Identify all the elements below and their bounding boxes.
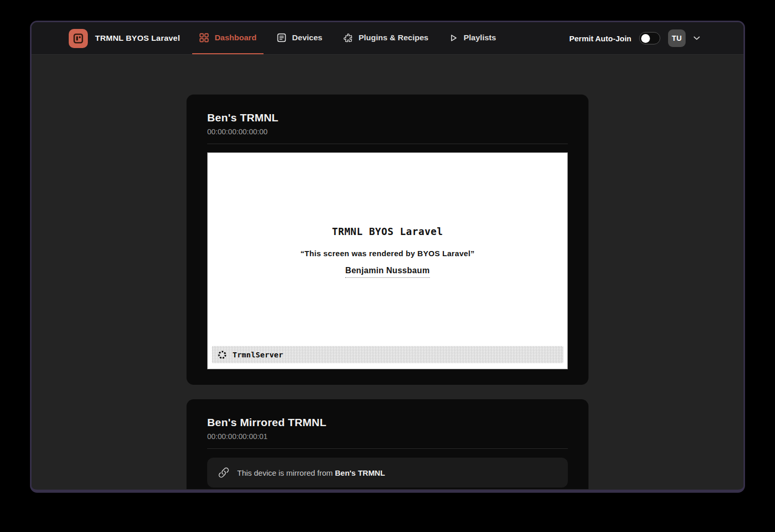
tab-playlists[interactable]: Playlists xyxy=(442,22,503,54)
tab-label: Plugins & Recipes xyxy=(359,33,428,42)
top-navbar: TRMNL BYOS Laravel Dashboard xyxy=(32,22,743,55)
screen-title: TRMNL BYOS Laravel xyxy=(208,226,567,237)
device-mac-address: 00:00:00:00:00:00 xyxy=(207,128,568,136)
card-divider xyxy=(207,448,568,449)
screen-quote: “This screen was rendered by BYOS Larave… xyxy=(208,249,567,258)
tab-label: Playlists xyxy=(463,33,496,42)
permit-auto-join-label: Permit Auto-Join xyxy=(569,34,631,43)
device-name: Ben's TRMNL xyxy=(207,112,568,124)
tab-label: Dashboard xyxy=(214,33,256,42)
tab-plugins-recipes[interactable]: Plugins & Recipes xyxy=(336,22,436,54)
screen-author: Benjamin Nussbaum xyxy=(345,266,429,278)
device-card-bens-mirrored-trmnl: Ben's Mirrored TRMNL 00:00:00:00:00:01 T… xyxy=(187,399,588,489)
app-window: TRMNL BYOS Laravel Dashboard xyxy=(30,21,745,493)
device-name: Ben's Mirrored TRMNL xyxy=(207,416,568,429)
device-list-icon xyxy=(277,33,286,42)
navbar-right: Permit Auto-Join TU xyxy=(569,22,700,54)
user-avatar[interactable]: TU xyxy=(668,29,686,47)
trmnl-logo-icon xyxy=(69,29,88,48)
brand: TRMNL BYOS Laravel xyxy=(69,22,180,54)
mirror-notice: This device is mirrored from Ben's TRMNL xyxy=(207,458,568,488)
grid-icon xyxy=(199,33,209,42)
nav-tabs: Dashboard Devices xyxy=(192,22,509,54)
permit-auto-join-toggle[interactable] xyxy=(639,32,660,44)
screen-status-label: TrmnlServer xyxy=(233,351,283,359)
tab-label: Devices xyxy=(292,33,322,42)
screen-status-bar: TrmnlServer xyxy=(212,346,563,363)
chain-link-icon xyxy=(218,467,229,478)
device-card-bens-trmnl: Ben's TRMNL 00:00:00:00:00:00 TRMNL BYOS… xyxy=(187,95,588,385)
segmented-spinner-icon xyxy=(218,350,227,359)
chevron-down-icon[interactable] xyxy=(693,36,700,40)
screen-author-row: Benjamin Nussbaum xyxy=(208,266,567,278)
card-divider xyxy=(207,144,568,144)
main-content: Ben's TRMNL 00:00:00:00:00:00 TRMNL BYOS… xyxy=(32,55,743,489)
toggle-knob xyxy=(641,34,650,43)
tab-dashboard[interactable]: Dashboard xyxy=(192,22,264,54)
mirror-notice-text: This device is mirrored from Ben's TRMNL xyxy=(237,468,385,477)
mirror-source-name: Ben's TRMNL xyxy=(335,468,385,477)
play-icon xyxy=(449,34,458,42)
puzzle-icon xyxy=(343,33,353,43)
device-screen-preview: TRMNL BYOS Laravel “This screen was rend… xyxy=(207,152,568,369)
tab-devices[interactable]: Devices xyxy=(270,22,330,54)
app-title: TRMNL BYOS Laravel xyxy=(95,34,180,43)
device-mac-address: 00:00:00:00:00:01 xyxy=(207,432,568,441)
